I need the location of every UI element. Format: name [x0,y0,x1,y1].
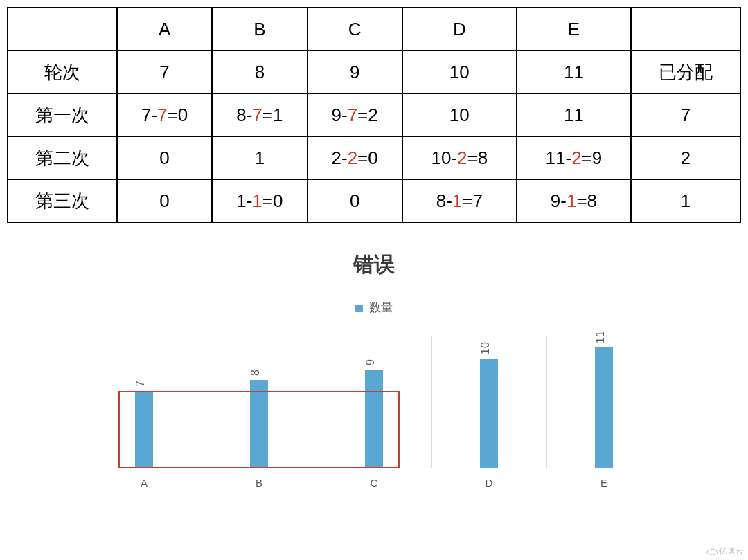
row-label: 第三次 [8,179,117,222]
table-header-cell: D [402,8,517,51]
table-cell: 2 [631,136,740,179]
table-cell: 2-2=0 [308,136,402,179]
table-header-cell [8,8,117,51]
bar-value-label: 10 [479,342,492,354]
chart-title: 错误 [7,251,741,279]
row-label: 轮次 [8,51,117,93]
table-cell: 0 [117,136,212,179]
table-row: 轮次7891011已分配 [8,51,740,93]
table-cell: 0 [117,179,212,222]
table-cell: 9 [308,51,402,93]
table-header-cell: E [517,8,631,51]
bar-slot: 10 [431,336,546,468]
allocation-table: ABCDE 轮次7891011已分配第一次7-7=08-7=19-7=21011… [7,7,741,223]
bar-value-label: 7 [134,381,147,387]
x-axis-label: E [546,477,661,489]
bar-value-label: 11 [594,331,607,343]
table-cell: 10 [402,93,517,136]
table-header-cell [631,8,740,51]
table-cell: 11 [517,51,631,93]
table-cell: 1 [212,136,307,179]
chart-area: 7891011 ABCDE [87,336,661,489]
table-cell: 7 [117,51,212,93]
chart-legend: 数量 [7,300,741,316]
bar: 10 [480,359,498,468]
bar-value-label: 8 [249,370,262,376]
x-axis-label: B [202,477,317,489]
highlight-box [118,391,399,468]
table-cell: 8-1=7 [402,179,517,222]
x-axis-label: D [431,477,546,489]
table-cell: 10 [402,51,517,93]
table-cell: 11-2=9 [517,136,631,179]
row-label: 第二次 [8,136,117,179]
legend-label: 数量 [369,301,393,314]
table-cell: 9-7=2 [308,93,402,136]
table-row: 第一次7-7=08-7=19-7=210117 [8,93,740,136]
x-axis-label: C [317,477,431,489]
chart-plot: 7891011 [87,336,661,468]
table-cell: 7 [631,93,740,136]
table-header-cell: B [212,8,307,51]
x-axis-label: A [87,477,202,489]
bar-value-label: 9 [364,359,377,365]
table-cell: 10-2=8 [402,136,517,179]
table-header-cell: C [308,8,402,51]
bar: 11 [595,347,613,468]
table-cell: 0 [308,179,402,222]
table-cell: 8-7=1 [212,93,307,136]
table-cell: 已分配 [631,51,740,93]
bar-slot: 11 [546,336,661,468]
table-cell: 1 [631,179,740,222]
table-cell: 11 [517,93,631,136]
x-axis-labels: ABCDE [87,472,661,489]
table-row: 第二次012-2=010-2=811-2=92 [8,136,740,179]
table-cell: 8 [212,51,307,93]
legend-swatch [355,305,363,312]
table-cell: 7-7=0 [117,93,212,136]
table-row: 第三次01-1=008-1=79-1=81 [8,179,740,222]
table-cell: 9-1=8 [517,179,631,222]
table-header-cell: A [117,8,212,51]
table-cell: 1-1=0 [212,179,307,222]
row-label: 第一次 [8,93,117,136]
